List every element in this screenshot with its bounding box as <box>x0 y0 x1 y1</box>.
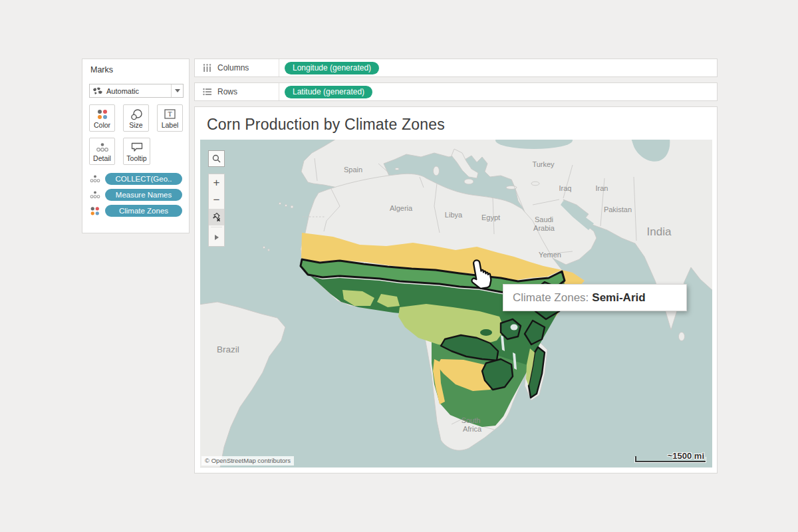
detail-button[interactable]: Detail <box>89 138 115 165</box>
tableau-workspace: { "marks": { "title": "Marks", "mark_typ… <box>0 0 798 532</box>
label-pakistan: Pakistan <box>604 205 632 213</box>
island-dot <box>279 202 281 204</box>
label-icon: T <box>164 109 176 119</box>
label-yemen: Yemen <box>539 251 561 259</box>
columns-shelf-label: Columns <box>217 63 249 72</box>
sardinia-island <box>434 166 440 176</box>
pill-measure-names[interactable]: Measure Names <box>105 189 182 201</box>
marks-panel-title: Marks <box>90 65 189 74</box>
mark-type-caret[interactable] <box>171 84 183 97</box>
chevron-down-icon <box>175 89 180 92</box>
longitude-pill[interactable]: Longitude (generated) <box>285 62 379 74</box>
pin-x-icon <box>211 212 221 222</box>
marks-pill-row: Climate Zones <box>89 205 182 217</box>
sicily-island <box>464 179 473 184</box>
island-dot <box>291 205 293 208</box>
label-libya: Libya <box>445 211 463 219</box>
color-button[interactable]: Color <box>89 104 115 132</box>
label-iraq: Iraq <box>559 184 572 192</box>
detail-icon <box>96 142 109 152</box>
sheet-title: Corn Production by Climate Zones <box>207 116 445 134</box>
label-saudi-arabia-2: Arabia <box>533 224 555 232</box>
island-dot <box>285 204 287 206</box>
tooltip-button-label: Tooltip <box>126 154 146 162</box>
sri-lanka-island <box>679 332 685 341</box>
zoom-out-button[interactable]: − <box>209 192 224 209</box>
label-saudi-arabia-1: Saudi <box>535 215 553 223</box>
map-view[interactable]: Spain Turkey Iraq Iran Pakistan India Al… <box>200 140 712 467</box>
controls-divider <box>211 227 222 227</box>
label-south-africa-2: Africa <box>463 425 482 433</box>
label-india: India <box>647 225 672 238</box>
island-dot <box>268 249 270 251</box>
detail-button-label: Detail <box>93 154 111 162</box>
label-south-africa-1: South <box>462 416 481 424</box>
rows-shelf-head: Rows <box>195 83 279 100</box>
columns-shelf: Columns Longitude (generated) <box>194 59 718 77</box>
tooltip-button[interactable]: Tooltip <box>123 138 150 165</box>
label-algeria: Algeria <box>390 204 413 212</box>
color-button-label: Color <box>94 121 110 129</box>
rows-icon <box>203 88 211 96</box>
label-iran: Iran <box>596 184 608 192</box>
pill-climate-zones[interactable]: Climate Zones <box>105 205 182 217</box>
label-egypt: Egypt <box>481 213 500 221</box>
color-icon <box>96 109 108 120</box>
island-dot <box>395 168 399 170</box>
label-brazil: Brazil <box>217 344 239 354</box>
globe-icon <box>92 87 103 95</box>
size-button[interactable]: Size <box>123 104 149 132</box>
mark-type-dropdown[interactable]: Automatic <box>89 84 184 98</box>
rows-shelf: Rows Latitude (generated) <box>194 82 718 101</box>
cyprus-island <box>531 182 539 186</box>
worksheet: Corn Production by Climate Zones <box>194 106 718 473</box>
unpin-button[interactable] <box>209 209 224 225</box>
tooltip-icon <box>131 142 143 152</box>
detail-icon <box>89 190 101 200</box>
label-turkey: Turkey <box>532 160 555 168</box>
columns-shelf-head: Columns <box>195 59 279 76</box>
mark-tooltip: Climate Zones: Semi-Arid <box>503 284 687 311</box>
pill-collect-geo[interactable]: COLLECT(Geo.. <box>105 173 182 185</box>
expand-controls-button[interactable] <box>209 229 224 246</box>
hand-cursor-icon <box>464 256 499 293</box>
marks-pill-row: Measure Names <box>89 189 182 201</box>
label-button[interactable]: T Label <box>157 104 183 132</box>
rows-shelf-label: Rows <box>217 87 237 96</box>
label-button-label: Label <box>162 121 179 129</box>
label-spain: Spain <box>344 166 362 174</box>
marks-pill-row: COLLECT(Geo.. <box>89 173 182 185</box>
marks-panel: Marks Automatic Color Size T Label <box>82 59 190 233</box>
map-zoom-controls: + − <box>208 174 225 247</box>
mark-type-label: Automatic <box>103 87 171 95</box>
tooltip-field-label: Climate Zones: <box>513 291 589 305</box>
tooltip-field-value: Semi-Arid <box>592 291 645 305</box>
map-attribution: © OpenStreetMap contributors <box>201 456 294 466</box>
chevron-right-icon <box>214 234 219 241</box>
island-dot <box>263 246 265 248</box>
size-button-label: Size <box>129 121 142 129</box>
map-search-button[interactable] <box>208 150 225 167</box>
size-icon <box>130 109 143 121</box>
columns-icon <box>203 64 211 72</box>
search-icon <box>212 154 221 163</box>
map-scale-text: ~1500 mi <box>668 451 704 461</box>
svg-text:T: T <box>168 110 172 118</box>
latitude-pill[interactable]: Latitude (generated) <box>285 86 372 98</box>
detail-icon <box>89 174 101 184</box>
color-icon <box>89 206 101 216</box>
zoom-in-button[interactable]: + <box>209 174 224 192</box>
